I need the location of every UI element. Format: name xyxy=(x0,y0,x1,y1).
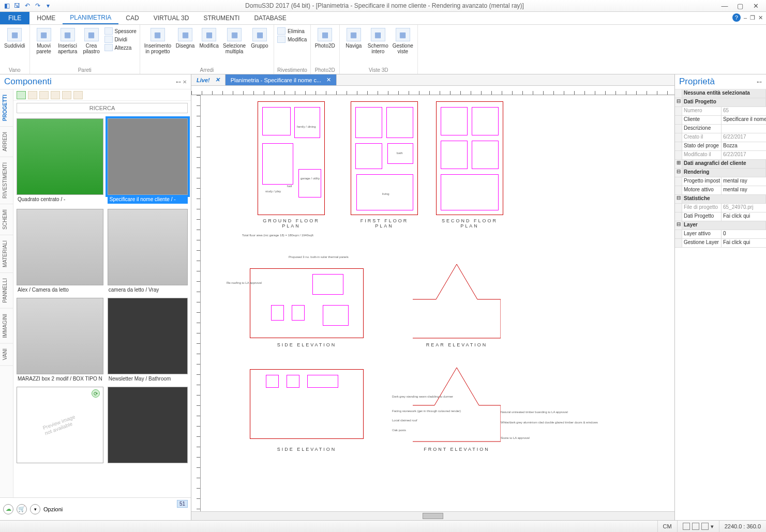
qat-redo-icon[interactable]: ↷ xyxy=(33,1,42,10)
status-icon-1[interactable] xyxy=(683,523,690,530)
vtab-vani[interactable]: VANI xyxy=(0,343,13,366)
prop-value[interactable] xyxy=(722,125,766,133)
prop-value[interactable]: 0 xyxy=(722,230,766,238)
prop-value[interactable]: Fai click qui xyxy=(722,212,766,221)
componenti-search-input[interactable] xyxy=(17,103,188,113)
ribbon-gruppo[interactable]: ▦Gruppo xyxy=(249,26,271,50)
vtab-materiali[interactable]: MATERIALI xyxy=(0,235,13,273)
prop-value[interactable]: Bozza xyxy=(722,142,766,150)
menu-tab-virtual 3d[interactable]: VIRTUAL 3D xyxy=(146,12,197,24)
prop-row[interactable]: Dati ProgettoFai click qui xyxy=(675,212,766,221)
close-button[interactable]: ✕ xyxy=(750,2,761,10)
opzioni-label[interactable]: Opzioni xyxy=(43,506,63,512)
project-thumb[interactable] xyxy=(108,387,188,465)
horizontal-scrollbar[interactable] xyxy=(191,511,674,520)
prop-group[interactable]: ⊟Rendering xyxy=(675,169,766,177)
ribbon-crea[interactable]: ▦Crea pilastro xyxy=(81,26,102,56)
vtab-rivestimenti[interactable]: RIVESTIMENTI xyxy=(0,157,13,204)
prop-row[interactable]: Descrizione xyxy=(675,125,766,133)
help-icon[interactable]: ? xyxy=(732,13,741,22)
menu-tab-planimetria[interactable]: PLANIMETRIA xyxy=(63,12,118,24)
menu-tab-database[interactable]: DATABASE xyxy=(247,12,293,24)
project-thumb[interactable]: Specificare il nome cliente / - xyxy=(108,118,188,204)
qat-save-icon[interactable]: 🖫 xyxy=(12,1,22,10)
status-dropdown-icon[interactable]: ▾ xyxy=(711,523,714,530)
status-icon-2[interactable] xyxy=(692,523,699,530)
prop-row[interactable]: Progetto impostmental ray xyxy=(675,177,766,186)
comp-tool-5-icon[interactable] xyxy=(73,91,83,99)
vtab-progetti[interactable]: PROGETTI xyxy=(0,89,13,127)
menu-tab-strumenti[interactable]: STRUMENTI xyxy=(196,12,247,24)
ribbon-suddividi[interactable]: ▦Suddividi xyxy=(3,26,26,50)
mdi-close-icon[interactable]: ✕ xyxy=(758,14,763,21)
status-icon-3[interactable] xyxy=(701,523,709,530)
project-thumb[interactable]: Newsletter May / Bathroom xyxy=(108,298,188,382)
comp-tool-4-icon[interactable] xyxy=(62,91,71,99)
prop-group[interactable]: ⊟Statistiche xyxy=(675,195,766,204)
prop-row[interactable]: Stato del progeBozza xyxy=(675,142,766,151)
comp-tool-2-icon[interactable] xyxy=(39,91,49,99)
project-thumb[interactable]: Quadrato centrato / - xyxy=(17,118,103,204)
tab-live[interactable]: Live!✕ xyxy=(191,74,226,85)
ribbon-group-viste-3d: ▦Naviga▦Schermo intero▦Gestione visteVis… xyxy=(340,25,418,74)
prop-value[interactable]: Fai click qui xyxy=(722,239,766,247)
project-thumb[interactable]: MARAZZI box 2 modif / BOX TIPO N xyxy=(17,298,103,382)
menu-tab-home[interactable]: HOME xyxy=(29,12,63,24)
ribbon-dividi[interactable]: Dividi xyxy=(104,36,137,43)
file-tab[interactable]: FILE xyxy=(0,12,29,24)
ribbon-inserimento[interactable]: ▦Inserimento in progetto xyxy=(143,26,172,56)
mdi-restore-icon[interactable]: ❐ xyxy=(750,14,755,21)
ribbon-selezione[interactable]: ▦Selezione multipla xyxy=(222,26,247,56)
ribbon-schermo[interactable]: ▦Schermo intero xyxy=(367,26,389,56)
prop-group[interactable]: ⊟Layer xyxy=(675,221,766,230)
ribbon-photo2d[interactable]: ▦Photo2D xyxy=(314,26,336,50)
project-thumb[interactable]: camera da letto / Vray xyxy=(108,209,188,293)
prop-value[interactable]: Specificare il nome xyxy=(722,116,766,124)
vtab-immagini[interactable]: IMMAGINI xyxy=(0,309,13,344)
comp-tool-3-icon[interactable] xyxy=(51,91,60,99)
close-icon[interactable]: ✕ xyxy=(215,77,220,83)
ribbon-modifica[interactable]: Modifica xyxy=(277,36,307,43)
qat-undo-icon[interactable]: ↶ xyxy=(23,1,32,10)
project-thumb[interactable]: Preview imagenot available⟳ xyxy=(17,387,103,465)
prop-row[interactable]: ClienteSpecificare il nome xyxy=(675,116,766,125)
minimize-button[interactable]: — xyxy=(719,2,730,10)
vtab-pannelli[interactable]: PANNELLI xyxy=(0,273,13,309)
prop-value[interactable]: mental ray xyxy=(722,186,766,194)
menu-tab-cad[interactable]: CAD xyxy=(118,12,146,24)
close-icon[interactable]: ✕ xyxy=(326,77,331,83)
panel-pin-icon[interactable]: ⊷ xyxy=(757,79,762,85)
ribbon-gestione[interactable]: ▦Gestione viste xyxy=(392,26,414,56)
qat-dropdown-icon[interactable]: ▾ xyxy=(43,1,53,10)
refresh-icon[interactable]: ⟳ xyxy=(92,389,100,398)
ribbon-elimina[interactable]: Elimina xyxy=(277,27,307,35)
mdi-minimize-icon[interactable]: – xyxy=(744,14,747,21)
prop-row[interactable]: Gestione LayerFai click qui xyxy=(675,239,766,248)
quick-access-toolbar: ◧ 🖫 ↶ ↷ ▾ xyxy=(0,1,55,10)
prop-group[interactable]: ⊞Dati anagrafici del cliente xyxy=(675,160,766,169)
ribbon-altezza[interactable]: Altezza xyxy=(104,44,137,51)
comp-tool-1-icon[interactable] xyxy=(28,91,37,99)
comp-tool-refresh-icon[interactable] xyxy=(17,91,26,99)
panel-pin-icon[interactable]: ⊷ ✕ xyxy=(176,79,187,85)
prop-group[interactable]: ⊟Dati Progetto xyxy=(675,98,766,107)
ribbon-spessore[interactable]: Spessore xyxy=(104,27,137,35)
drawing-canvas[interactable]: family / dining garage / utility hall st… xyxy=(201,95,674,511)
ribbon-modifica[interactable]: ▦Modifica xyxy=(198,26,220,50)
status-unit[interactable]: CM xyxy=(657,521,677,532)
ribbon-muovi[interactable]: ▦Muovi parete xyxy=(33,26,55,56)
prop-value[interactable]: mental ray xyxy=(722,177,766,186)
ribbon-inserisci[interactable]: ▦Inserisci apertura xyxy=(57,26,79,56)
prop-row[interactable]: Layer attivo0 xyxy=(675,230,766,239)
ribbon-naviga[interactable]: ▦Naviga xyxy=(343,26,365,50)
expand-icon[interactable]: ▾ xyxy=(30,504,40,514)
project-thumb[interactable]: Alex / Camera da letto xyxy=(17,209,103,293)
tab-planimetria[interactable]: Planimetria - Specificare il nome c...✕ xyxy=(226,74,337,85)
cloud-icon[interactable]: ☁ xyxy=(3,504,13,514)
prop-row[interactable]: Motore attivomental ray xyxy=(675,186,766,195)
vtab-schemi[interactable]: SCHEMI xyxy=(0,204,13,235)
vtab-arredi[interactable]: ARREDI xyxy=(0,127,13,157)
ribbon-disegna[interactable]: ▦Disegna xyxy=(174,26,196,50)
maximize-button[interactable]: ▢ xyxy=(735,2,745,10)
cart-icon[interactable]: 🛒 xyxy=(17,504,27,514)
